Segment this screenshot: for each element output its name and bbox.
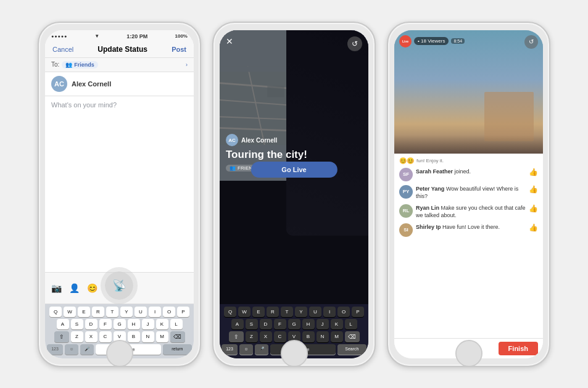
key-x[interactable]: X <box>85 331 97 342</box>
key2-m[interactable]: M <box>331 331 343 342</box>
key-l[interactable]: L <box>170 319 183 329</box>
stream-swap-button[interactable]: ↺ <box>524 35 538 49</box>
key2-o[interactable]: O <box>337 307 350 317</box>
key-c[interactable]: C <box>99 331 112 342</box>
post-input[interactable]: What's on your mind? <box>45 96 194 272</box>
stream-video-area: Live • 18 Viewers 8:54 ↺ <box>394 30 543 154</box>
live-icon-highlight[interactable]: 📡 <box>105 271 133 300</box>
post-button[interactable]: Post <box>172 46 186 53</box>
key-w[interactable]: W <box>64 307 76 317</box>
key-b[interactable]: B <box>128 331 140 342</box>
like-icon-2[interactable]: 👍 <box>529 185 538 194</box>
cancel-button[interactable]: Cancel <box>52 46 73 53</box>
num-key[interactable]: 123 <box>47 344 63 355</box>
comment-text-shirley: Shirley Ip Have fun! Love it there. <box>416 223 526 231</box>
key2-z[interactable]: Z <box>246 331 258 342</box>
key-m[interactable]: M <box>156 331 168 342</box>
key-a[interactable]: A <box>57 319 69 329</box>
comments-area: 😊😊 fun! Enjoy it. SF Sarah Feather joine… <box>394 154 543 338</box>
key-d[interactable]: D <box>85 319 97 329</box>
user-row: AC Alex Cornell <box>45 72 194 96</box>
key2-d[interactable]: D <box>260 319 272 329</box>
key2-q[interactable]: Q <box>224 307 236 317</box>
key2-r[interactable]: R <box>267 307 279 317</box>
emoji-key[interactable]: ☺ <box>65 344 78 355</box>
reaction-row: 😊😊 fun! Enjoy it. <box>399 157 538 164</box>
time-1: 1:20 PM <box>126 33 147 39</box>
toolbar-row: 📷 👤 😊 📡 <box>45 272 194 304</box>
user-name: Alex Cornell <box>72 80 111 88</box>
delete-key[interactable]: ⌫ <box>170 331 185 342</box>
key2-e[interactable]: E <box>252 307 265 317</box>
people-icon[interactable]: 👤 <box>69 283 80 293</box>
like-icon-4[interactable]: 👍 <box>529 223 538 232</box>
live-text: Live <box>402 39 408 43</box>
key2-g[interactable]: G <box>288 319 300 329</box>
key2-x[interactable]: X <box>260 331 272 342</box>
mic-key[interactable]: 🎤 <box>80 344 94 355</box>
shift-key-2[interactable]: ⇧ <box>229 331 244 342</box>
num-key-2[interactable]: 123 <box>222 344 238 355</box>
finish-button[interactable]: Finish <box>499 342 538 355</box>
key-h[interactable]: H <box>128 319 140 329</box>
key-y[interactable]: Y <box>120 307 133 317</box>
key2-w[interactable]: W <box>238 307 251 317</box>
stream-background <box>394 30 543 154</box>
comment-text-ryan: Ryan Lin Make sure you check out that ca… <box>416 204 526 220</box>
key2-l[interactable]: L <box>345 319 357 329</box>
emoji-key-2[interactable]: ☺ <box>239 344 253 355</box>
key2-c[interactable]: C <box>274 331 286 342</box>
key2-k[interactable]: K <box>331 319 343 329</box>
friends-tag[interactable]: 👥 Friends <box>62 61 98 68</box>
key2-f[interactable]: F <box>274 319 286 329</box>
key-q[interactable]: Q <box>49 307 62 317</box>
friends-icon: 👥 <box>65 62 72 68</box>
key2-n[interactable]: N <box>317 331 329 342</box>
shift-key[interactable]: ⇧ <box>54 331 69 342</box>
key2-y[interactable]: Y <box>295 307 307 317</box>
key2-u[interactable]: U <box>309 307 321 317</box>
key-o[interactable]: O <box>163 307 175 317</box>
key-u[interactable]: U <box>135 307 147 317</box>
home-button-3[interactable] <box>455 340 482 367</box>
key-t[interactable]: T <box>106 307 118 317</box>
camera-icon[interactable]: 📷 <box>51 283 62 293</box>
key2-s[interactable]: S <box>246 319 258 329</box>
key-j[interactable]: J <box>142 319 154 329</box>
go-live-button[interactable]: Go Live <box>251 162 337 178</box>
key-s[interactable]: S <box>71 319 83 329</box>
comment-body-sarah: joined. <box>455 168 471 175</box>
key-r[interactable]: R <box>92 307 104 317</box>
live-badge: Live • 18 Viewers 8:54 <box>399 35 465 47</box>
key2-h[interactable]: H <box>302 319 315 329</box>
key2-b[interactable]: B <box>302 331 315 342</box>
key-f[interactable]: F <box>99 319 112 329</box>
like-icon-3[interactable]: 👍 <box>529 204 538 213</box>
phone-3: Live • 18 Viewers 8:54 ↺ 😊😊 fun! Enjoy i… <box>387 22 550 367</box>
comment-item: SI Shirley Ip Have fun! Love it there. 👍 <box>399 223 538 237</box>
swap-camera-button[interactable]: ↺ <box>347 36 362 51</box>
key-z[interactable]: Z <box>71 331 83 342</box>
key-g[interactable]: G <box>114 319 126 329</box>
emoji-icon[interactable]: 😊 <box>87 283 97 293</box>
key-e[interactable]: E <box>78 307 90 317</box>
return-key[interactable]: return <box>163 344 192 355</box>
like-icon[interactable]: 👍 <box>529 168 538 176</box>
home-button-1[interactable] <box>106 340 133 367</box>
key2-i[interactable]: I <box>323 307 336 317</box>
key2-t[interactable]: T <box>281 307 293 317</box>
key2-a[interactable]: A <box>231 319 244 329</box>
key2-j[interactable]: J <box>317 319 329 329</box>
commenter-avatar-ryan: RL <box>399 204 413 218</box>
mic-key-2[interactable]: 🎤 <box>255 344 268 355</box>
key2-p[interactable]: P <box>352 307 364 317</box>
close-button[interactable]: ✕ <box>226 36 233 46</box>
key-i[interactable]: I <box>149 307 161 317</box>
key-k[interactable]: K <box>156 319 168 329</box>
battery-1: 100% <box>175 33 188 39</box>
key-n[interactable]: N <box>142 331 154 342</box>
home-button-2[interactable] <box>281 340 308 367</box>
search-key[interactable]: Search <box>337 344 366 355</box>
delete-key-2[interactable]: ⌫ <box>345 331 360 342</box>
key-p[interactable]: P <box>177 307 189 317</box>
